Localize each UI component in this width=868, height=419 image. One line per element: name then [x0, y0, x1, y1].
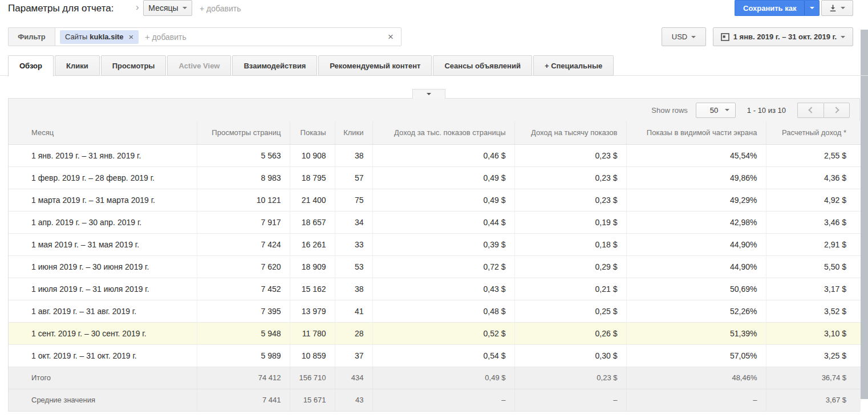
value-cell: 49,29% [626, 189, 766, 211]
table-row: 1 апр. 2019 г. – 30 апр. 2019 г.7 91718 … [9, 211, 861, 233]
tab[interactable]: Клики [55, 55, 100, 76]
save-as-menu-button[interactable] [804, 0, 820, 16]
value-cell: 10 859 [290, 344, 335, 367]
save-as-split-button: Сохранить как [735, 0, 820, 16]
summary-value-cell: – [514, 389, 626, 411]
value-cell: 38 [335, 278, 372, 300]
value-cell: 45,54% [626, 144, 766, 166]
previous-page-button[interactable] [797, 103, 824, 118]
value-cell: 15 162 [290, 278, 335, 300]
filter-chip-sites[interactable]: Сайты kukla.site × [60, 30, 139, 44]
summary-value-cell: 156 710 [290, 367, 335, 389]
table-row: 1 марта 2019 г. – 31 марта 2019 г.10 121… [9, 189, 861, 211]
tab[interactable]: + Специальные [533, 55, 614, 76]
value-cell: 7 424 [197, 233, 290, 255]
value-cell: 5 563 [197, 144, 290, 166]
value-cell: 4,36 $ [766, 166, 861, 189]
tab[interactable]: Обзор [8, 55, 54, 76]
value-cell: 53 [335, 255, 372, 278]
value-cell: 41 [335, 300, 372, 322]
summary-value-cell: 434 [335, 367, 372, 389]
download-icon [829, 5, 837, 12]
filter-input[interactable]: Фильтр Сайты kukla.site × + добавить × [8, 27, 401, 46]
value-cell: 2,55 $ [766, 144, 861, 166]
summary-value-cell: 43 [335, 389, 372, 411]
table-controls: Show rows 50 1 - 10 из 10 [9, 99, 859, 121]
value-cell: 10 121 [197, 189, 290, 211]
summary-label-cell: Средние значения [9, 389, 197, 411]
filter-label: Фильтр [9, 28, 55, 46]
value-cell: 5 948 [197, 322, 290, 344]
tab[interactable]: Сеансы объявлений [433, 55, 532, 76]
value-cell: 0,49 $ [372, 166, 514, 189]
save-as-button[interactable]: Сохранить как [735, 0, 804, 16]
value-cell: 0,26 $ [514, 322, 626, 344]
value-cell: 3,46 $ [766, 211, 861, 233]
value-cell: 50,69% [626, 278, 766, 300]
month-cell: 1 июля 2019 г. – 31 июля 2019 г. [9, 278, 197, 300]
value-cell: 28 [335, 322, 372, 344]
tab[interactable]: Рекомендуемый контент [318, 55, 432, 76]
tab[interactable]: Active View [167, 55, 231, 76]
chevron-down-icon [810, 7, 814, 9]
page-size-dropdown[interactable]: 50 [696, 103, 736, 118]
value-cell: 0,18 $ [514, 233, 626, 255]
calendar-icon [721, 32, 729, 41]
value-cell: 2,91 $ [766, 233, 861, 255]
filter-clear-icon[interactable]: × [388, 32, 394, 42]
column-header[interactable]: Доход за тыс. показов страницы [372, 121, 514, 144]
value-cell: 0,23 $ [514, 189, 626, 211]
report-table: МесяцПросмотры страницПоказыКликиДоход з… [9, 121, 861, 411]
value-cell: 0,39 $ [372, 233, 514, 255]
download-button[interactable] [821, 0, 853, 16]
show-rows-label: Show rows [651, 106, 688, 115]
summary-value-cell: 0,49 $ [372, 367, 514, 389]
chevron-down-icon [182, 7, 187, 9]
summary-row: Средние значения7 44115 67143–––3,67 $ [9, 389, 861, 411]
date-range-picker[interactable]: 1 янв. 2019 г. – 31 окт. 2019 г. [713, 27, 853, 46]
month-cell: 1 авг. 2019 г. – 31 авг. 2019 г. [9, 300, 197, 322]
chevron-down-icon [427, 93, 431, 95]
column-header[interactable]: Доход на тысячу показов [514, 121, 626, 144]
collapse-chart-button[interactable] [412, 89, 445, 99]
value-cell: 49,86% [626, 166, 766, 189]
summary-value-cell: 74 412 [197, 367, 290, 389]
column-header[interactable]: Показы в видимой части экрана [626, 121, 766, 144]
page-size-value: 50 [710, 106, 718, 115]
value-cell: 21 400 [290, 189, 335, 211]
tab[interactable]: Просмотры [101, 55, 167, 76]
column-header[interactable]: Показы [290, 121, 335, 144]
value-cell: 18 657 [290, 211, 335, 233]
value-cell: 13 979 [290, 300, 335, 322]
chevron-down-icon [841, 7, 845, 9]
currency-dropdown[interactable]: USD [662, 27, 706, 46]
table-header-row: МесяцПросмотры страницПоказыКликиДоход з… [9, 121, 861, 144]
value-cell: 0,23 $ [514, 166, 626, 189]
add-dimension-button[interactable]: + добавить [200, 4, 241, 13]
filter-add-placeholder[interactable]: + добавить [145, 32, 186, 42]
value-cell: 0,54 $ [372, 344, 514, 367]
value-cell: 5,50 $ [766, 255, 861, 278]
vertical-scrollbar[interactable] [861, 30, 868, 399]
value-cell: 33 [335, 233, 372, 255]
column-header[interactable]: Просмотры страниц [197, 121, 290, 144]
column-header-month[interactable]: Месяц [9, 121, 197, 144]
breadcrumb-chevron-icon: › [136, 2, 139, 13]
tab[interactable]: Взаимодействия [232, 55, 317, 76]
chip-remove-icon[interactable]: × [129, 32, 134, 41]
summary-value-cell: 3,67 $ [766, 389, 861, 411]
table-body: 1 янв. 2019 г. – 31 янв. 2019 г.5 56310 … [9, 144, 861, 367]
month-cell: 1 июня 2019 г. – 30 июня 2019 г. [9, 255, 197, 278]
value-cell: 0,25 $ [514, 300, 626, 322]
next-page-button[interactable] [824, 103, 850, 118]
value-cell: 3,52 $ [766, 300, 861, 322]
column-header[interactable]: Расчетный доход * [766, 121, 861, 144]
value-cell: 34 [335, 211, 372, 233]
value-cell: 0,29 $ [514, 255, 626, 278]
value-cell: 16 261 [290, 233, 335, 255]
value-cell: 11 780 [290, 322, 335, 344]
column-header[interactable]: Клики [335, 121, 372, 144]
value-cell: 52,26% [626, 300, 766, 322]
dimension-dropdown[interactable]: Месяцы [143, 0, 192, 16]
summary-value-cell: – [626, 389, 766, 411]
